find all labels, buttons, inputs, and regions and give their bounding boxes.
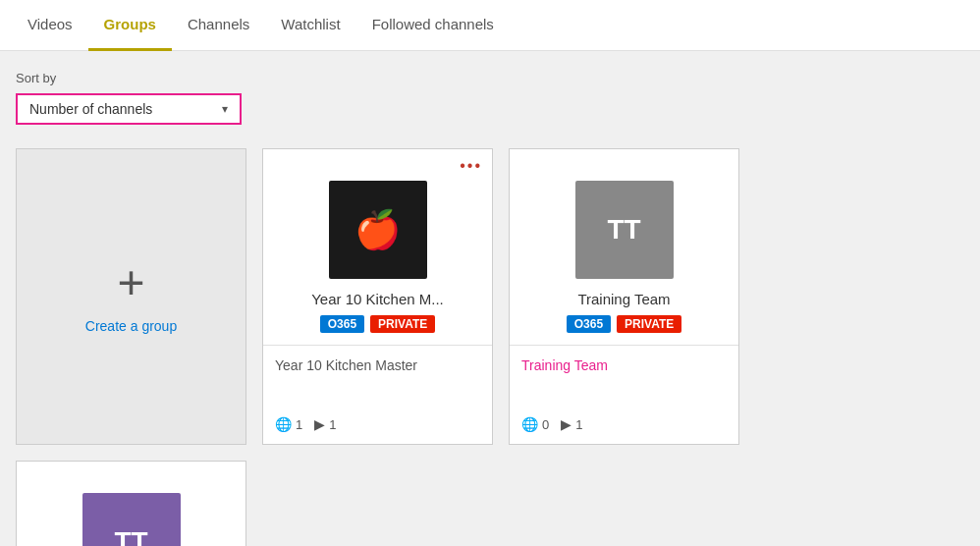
group-initials-toowoomba: TT bbox=[114, 526, 147, 546]
group-avatar-year10: 🍎 bbox=[329, 181, 427, 279]
group-stats-training: 🌐 0 ▶ 1 bbox=[521, 416, 727, 432]
sort-label: Sort by bbox=[16, 71, 964, 85]
group-card-year10: ••• 🍎 Year 10 Kitchen M... O365 PRIVATE … bbox=[262, 148, 493, 445]
card-top-year10: ••• 🍎 Year 10 Kitchen M... O365 PRIVATE bbox=[263, 149, 492, 346]
nav-item-watchlist[interactable]: Watchlist bbox=[265, 0, 355, 51]
group-card-training: TT Training Team O365 PRIVATE Training T… bbox=[509, 148, 739, 445]
nav-item-channels[interactable]: Channels bbox=[172, 0, 265, 51]
nav-item-followed-channels[interactable]: Followed channels bbox=[356, 0, 510, 51]
group-stats-year10: 🌐 1 ▶ 1 bbox=[275, 416, 480, 432]
play-icon: ▶ bbox=[314, 416, 325, 432]
badge-o365: O365 bbox=[567, 315, 611, 333]
group-avatar-toowoomba: TT bbox=[82, 493, 181, 546]
globe-icon: 🌐 bbox=[521, 416, 538, 432]
globe-icon: 🌐 bbox=[275, 416, 292, 432]
badge-o365: O365 bbox=[320, 315, 364, 333]
badge-private: PRIVATE bbox=[370, 315, 435, 333]
group-description-year10: Year 10 Kitchen Master bbox=[275, 357, 480, 397]
stat-play-year10: ▶ 1 bbox=[314, 416, 336, 432]
card-bottom-training: Training Team 🌐 0 ▶ 1 bbox=[510, 346, 738, 444]
group-avatar-training: TT bbox=[575, 181, 674, 279]
card-bottom-year10: Year 10 Kitchen Master 🌐 1 ▶ 1 bbox=[263, 346, 492, 444]
navigation: Videos Groups Channels Watchlist Followe… bbox=[0, 0, 980, 51]
group-badges-training: O365 PRIVATE bbox=[567, 315, 682, 333]
card-top-toowoomba: TT Team Toowoomba O365 PRIVATE bbox=[17, 462, 245, 546]
stat-play-training: ▶ 1 bbox=[561, 416, 582, 432]
groups-grid: + Create a group ••• 🍎 Year 10 Kitchen M… bbox=[16, 148, 964, 546]
plus-icon: + bbox=[117, 259, 144, 306]
stat-globe-count: 0 bbox=[542, 417, 549, 432]
stat-globe-training: 🌐 0 bbox=[521, 416, 549, 432]
group-initials-training: TT bbox=[607, 214, 640, 246]
card-menu-icon[interactable]: ••• bbox=[460, 157, 482, 175]
nav-item-groups[interactable]: Groups bbox=[88, 0, 172, 51]
chevron-down-icon: ▾ bbox=[222, 102, 228, 116]
badge-private: PRIVATE bbox=[617, 315, 681, 333]
create-group-card[interactable]: + Create a group bbox=[16, 148, 246, 445]
stat-globe-year10: 🌐 1 bbox=[275, 416, 302, 432]
sort-section: Sort by Number of channels ▾ bbox=[16, 71, 964, 125]
sort-dropdown[interactable]: Number of channels ▾ bbox=[16, 93, 242, 125]
stat-play-count: 1 bbox=[329, 417, 336, 432]
nav-item-videos[interactable]: Videos bbox=[12, 0, 88, 51]
group-description-training: Training Team bbox=[521, 357, 727, 397]
main-content: Sort by Number of channels ▾ + Create a … bbox=[0, 51, 980, 546]
create-group-label: Create a group bbox=[85, 318, 177, 334]
play-icon: ▶ bbox=[561, 416, 572, 432]
apple-icon: 🍎 bbox=[354, 208, 401, 251]
sort-selected-value: Number of channels bbox=[29, 101, 222, 117]
stat-play-count: 1 bbox=[575, 417, 582, 432]
group-name-training: Training Team bbox=[577, 291, 670, 307]
group-badges-year10: O365 PRIVATE bbox=[320, 315, 436, 333]
group-name-year10: Year 10 Kitchen M... bbox=[311, 291, 444, 307]
stat-globe-count: 1 bbox=[296, 417, 302, 432]
group-card-toowoomba: TT Team Toowoomba O365 PRIVATE Team for … bbox=[16, 461, 246, 546]
card-top-training: TT Training Team O365 PRIVATE bbox=[510, 149, 738, 346]
